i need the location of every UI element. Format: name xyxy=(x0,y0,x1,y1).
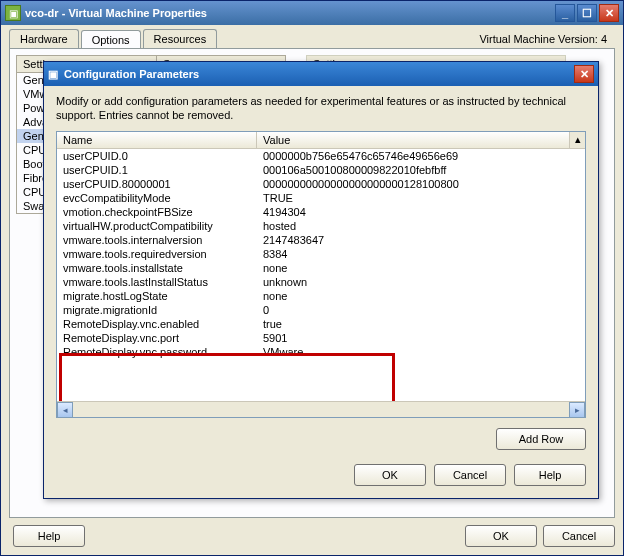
table-row[interactable]: virtualHW.productCompatibilityhosted xyxy=(57,219,585,233)
close-button[interactable]: ✕ xyxy=(599,4,619,22)
dialog-cancel-button[interactable]: Cancel xyxy=(434,464,506,486)
param-name: vmware.tools.installstate xyxy=(57,261,257,275)
vm-icon: ▣ xyxy=(5,5,21,21)
param-value: 8384 xyxy=(257,247,585,261)
param-value: 00000000000000000000000128100800 xyxy=(257,177,585,191)
main-window: ▣ vco-dr - Virtual Machine Properties _ … xyxy=(0,0,624,556)
param-name: migrate.hostLogState xyxy=(57,289,257,303)
add-row-button[interactable]: Add Row xyxy=(496,428,586,450)
main-tabs: Hardware Options Resources Virtual Machi… xyxy=(1,25,623,48)
param-name: userCPUID.0 xyxy=(57,149,257,163)
param-value: 0000000b756e65476c65746e49656e69 xyxy=(257,149,585,163)
table-row[interactable]: vmware.tools.internalversion2147483647 xyxy=(57,233,585,247)
param-value: VMware xyxy=(257,345,585,359)
param-value: 4194304 xyxy=(257,205,585,219)
param-value: TRUE xyxy=(257,191,585,205)
horizontal-scrollbar[interactable]: ◂ ▸ xyxy=(57,401,585,417)
table-row[interactable]: vmware.tools.requiredversion8384 xyxy=(57,247,585,261)
table-row[interactable]: migrate.migrationId0 xyxy=(57,303,585,317)
table-row[interactable]: RemoteDisplay.vnc.port5901 xyxy=(57,331,585,345)
param-value: none xyxy=(257,289,585,303)
param-value: 5901 xyxy=(257,331,585,345)
scroll-left-button[interactable]: ◂ xyxy=(57,402,73,418)
param-name: evcCompatibilityMode xyxy=(57,191,257,205)
tab-resources[interactable]: Resources xyxy=(143,29,218,48)
highlight-annotation xyxy=(59,353,395,401)
param-value: unknown xyxy=(257,275,585,289)
table-row[interactable]: vmware.tools.installstatenone xyxy=(57,261,585,275)
param-name: migrate.migrationId xyxy=(57,303,257,317)
table-row[interactable]: RemoteDisplay.vnc.enabledtrue xyxy=(57,317,585,331)
param-name: vmware.tools.internalversion xyxy=(57,233,257,247)
maximize-button[interactable]: ☐ xyxy=(577,4,597,22)
param-name: vmware.tools.lastInstallStatus xyxy=(57,275,257,289)
table-row[interactable]: vmotion.checkpointFBSize4194304 xyxy=(57,205,585,219)
dialog-description: Modify or add configuration parameters a… xyxy=(56,94,586,123)
table-row[interactable]: evcCompatibilityModeTRUE xyxy=(57,191,585,205)
param-name: vmware.tools.requiredversion xyxy=(57,247,257,261)
param-value: 000106a500100800009822010febfbff xyxy=(257,163,585,177)
scroll-right-button[interactable]: ▸ xyxy=(569,402,585,418)
table-row[interactable]: userCPUID.800000010000000000000000000000… xyxy=(57,177,585,191)
params-grid: Name Value ▴ userCPUID.00000000b756e6547… xyxy=(56,131,586,418)
main-cancel-button[interactable]: Cancel xyxy=(543,525,615,547)
param-value: none xyxy=(257,261,585,275)
scroll-up-button[interactable]: ▴ xyxy=(569,132,585,148)
chevron-up-icon: ▴ xyxy=(575,133,581,146)
minimize-button[interactable]: _ xyxy=(555,4,575,22)
table-row[interactable]: RemoteDisplay.vnc.passwordVMware xyxy=(57,345,585,359)
param-value: 2147483647 xyxy=(257,233,585,247)
table-row[interactable]: userCPUID.1000106a500100800009822010febf… xyxy=(57,163,585,177)
dialog-title: Configuration Parameters xyxy=(64,68,199,80)
vm-version-label: Virtual Machine Version: 4 xyxy=(479,33,615,45)
dialog-help-button[interactable]: Help xyxy=(514,464,586,486)
param-name: vmotion.checkpointFBSize xyxy=(57,205,257,219)
dialog-close-button[interactable]: ✕ xyxy=(574,65,594,83)
table-row[interactable]: userCPUID.00000000b756e65476c65746e49656… xyxy=(57,149,585,163)
window-title: vco-dr - Virtual Machine Properties xyxy=(25,7,555,19)
vm-icon: ▣ xyxy=(48,68,58,81)
col-header-name[interactable]: Name xyxy=(57,132,257,148)
table-row[interactable]: vmware.tools.lastInstallStatusunknown xyxy=(57,275,585,289)
param-value: true xyxy=(257,317,585,331)
tab-hardware[interactable]: Hardware xyxy=(9,29,79,48)
param-name: RemoteDisplay.vnc.enabled xyxy=(57,317,257,331)
param-value: 0 xyxy=(257,303,585,317)
main-button-row: OK Cancel xyxy=(1,517,623,555)
col-header-value[interactable]: Value xyxy=(257,132,569,148)
param-name: userCPUID.80000001 xyxy=(57,177,257,191)
main-ok-button[interactable]: OK xyxy=(465,525,537,547)
param-name: userCPUID.1 xyxy=(57,163,257,177)
dialog-ok-button[interactable]: OK xyxy=(354,464,426,486)
param-name: RemoteDisplay.vnc.port xyxy=(57,331,257,345)
config-params-dialog: ▣ Configuration Parameters ✕ Modify or a… xyxy=(43,61,599,499)
param-name: RemoteDisplay.vnc.password xyxy=(57,345,257,359)
param-name: virtualHW.productCompatibility xyxy=(57,219,257,233)
tab-options[interactable]: Options xyxy=(81,30,141,49)
dialog-titlebar: ▣ Configuration Parameters ✕ xyxy=(44,62,598,86)
table-row[interactable]: migrate.hostLogStatenone xyxy=(57,289,585,303)
main-titlebar: ▣ vco-dr - Virtual Machine Properties _ … xyxy=(1,1,623,25)
param-value: hosted xyxy=(257,219,585,233)
